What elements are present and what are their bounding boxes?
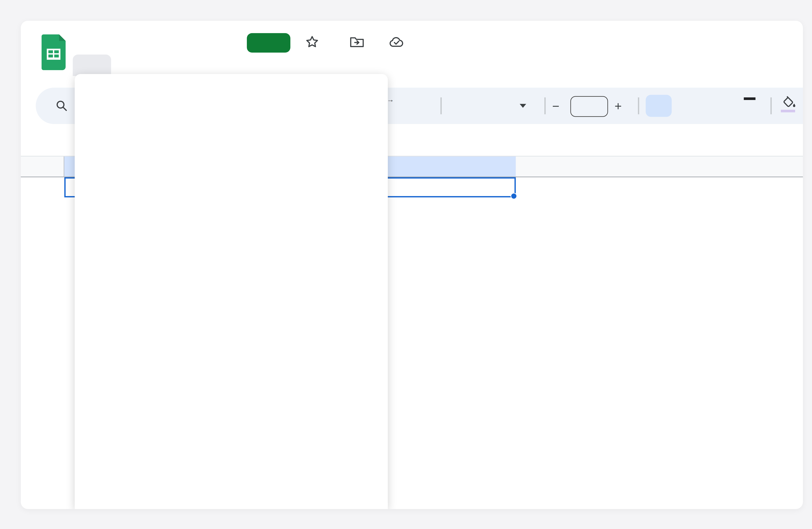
decrease-font-size-button[interactable]: − (552, 99, 559, 114)
toolbar-divider (440, 98, 441, 114)
search-icon[interactable] (55, 99, 68, 112)
bold-button[interactable] (646, 95, 672, 117)
fill-color-button[interactable] (781, 95, 800, 112)
toolbar-divider (545, 98, 545, 114)
fill-handle[interactable] (511, 192, 517, 199)
toolbar-divider (638, 98, 639, 114)
file-type-badge (247, 33, 290, 53)
chevron-down-icon[interactable] (520, 104, 526, 108)
column-header-b[interactable] (516, 156, 803, 177)
paint-bucket-icon (781, 95, 796, 108)
star-icon[interactable] (305, 34, 320, 49)
cloud-check-icon[interactable] (389, 36, 405, 48)
file-menu (74, 74, 388, 509)
increase-font-size-button[interactable]: + (614, 99, 622, 114)
select-all-corner[interactable] (21, 156, 64, 177)
toolbar-divider (770, 98, 771, 114)
menubar (21, 56, 803, 75)
text-color-button[interactable] (743, 97, 756, 100)
folder-move-icon[interactable] (349, 35, 364, 49)
google-sheets-window: → − + (0, 0, 812, 529)
app-card: → − + (21, 21, 803, 509)
font-size-input[interactable] (570, 96, 608, 117)
